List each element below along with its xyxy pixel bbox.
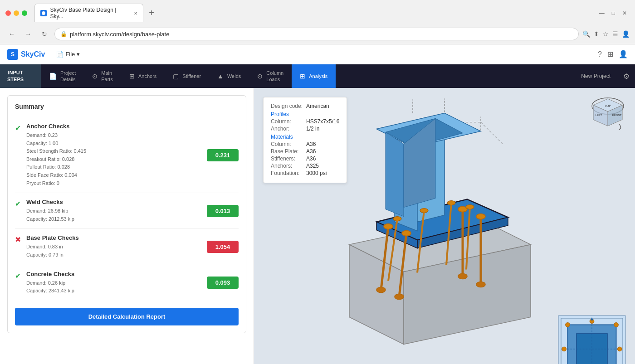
anchors-icon: ⊞ <box>129 73 135 80</box>
settings-button[interactable]: ⚙ <box>618 64 635 88</box>
maximize-button[interactable] <box>22 10 27 16</box>
browser-profile-icon[interactable]: 👤 <box>622 30 630 38</box>
concrete-checks-left: ✔ Concrete Checks Demand: 0.26 kip Capac… <box>15 271 207 295</box>
file-doc-icon: 📄 <box>56 51 64 58</box>
new-tab-button[interactable]: + <box>145 7 158 19</box>
anchors-material-value: A325 <box>306 163 319 169</box>
design-code-label: Design code: <box>271 103 303 109</box>
col-material-label: Column: <box>271 141 303 147</box>
step-column-loads[interactable]: ⊙ ColumnLoads <box>249 64 292 88</box>
window-close[interactable]: ✕ <box>620 9 630 17</box>
svg-point-30 <box>402 231 411 236</box>
header-actions: ? ⊞ 👤 <box>598 50 628 58</box>
close-button[interactable] <box>5 10 11 16</box>
window-controls: — □ ✕ <box>596 9 630 17</box>
base-plate-material-value: A36 <box>306 148 316 155</box>
svg-marker-21 <box>386 132 404 217</box>
weld-checks-sub: Demand: 26.98 kip Capacity: 2012.53 kip <box>26 207 207 223</box>
new-project-button[interactable]: New Project <box>574 64 618 88</box>
welds-icon: ▲ <box>217 73 224 80</box>
forward-button[interactable]: → <box>22 28 34 40</box>
step-main-parts-label: MainParts <box>101 70 113 83</box>
anchors-material-label: Anchors: <box>271 163 303 169</box>
column-loads-icon: ⊙ <box>257 73 263 80</box>
foundation-value: 3000 psi <box>306 170 327 176</box>
lock-icon: 🔒 <box>60 31 67 37</box>
refresh-button[interactable]: ↻ <box>38 28 51 40</box>
search-browser-icon[interactable]: 🔍 <box>582 30 590 38</box>
tab-bar: SkyCiv Base Plate Design | Sky... ✕ + <box>31 4 593 22</box>
svg-point-27 <box>384 224 393 229</box>
address-bar-row: ← → ↻ 🔒 platform.skyciv.com/design/base-… <box>0 26 635 44</box>
weld-checks-left: ✔ Weld Checks Demand: 26.98 kip Capacity… <box>15 199 207 223</box>
step-column-loads-label: ColumnLoads <box>266 70 283 83</box>
anchor-profile-label: Anchor: <box>271 126 303 132</box>
skyciv-logo: S SkyCiv <box>7 49 45 60</box>
settings-icon: ⚙ <box>623 72 630 81</box>
column-profile-label: Column: <box>271 118 303 125</box>
mini-top-view <box>558 315 626 364</box>
profiles-link[interactable]: Profiles <box>271 111 339 117</box>
project-details-icon: 📄 <box>49 73 57 80</box>
tab-close-icon[interactable]: ✕ <box>134 11 137 16</box>
column-profile-row: Column: HSS7x7x5/16 <box>271 118 339 125</box>
step-nav: INPUTSTEPS 📄 ProjectDetails ⊙ MainParts … <box>0 64 635 88</box>
main-content: Summary ✔ Anchor Checks Demand: 0.23 Cap… <box>0 88 635 364</box>
extensions-icon[interactable]: ☰ <box>612 30 618 38</box>
window-minimize[interactable]: — <box>596 9 607 17</box>
active-tab[interactable]: SkyCiv Base Plate Design | Sky... ✕ <box>34 4 143 22</box>
concrete-checks-value: 0.093 <box>207 277 239 289</box>
svg-point-54 <box>562 347 567 351</box>
step-stiffener[interactable]: ▢ Stiffener <box>165 64 209 88</box>
minimize-button[interactable] <box>14 10 19 16</box>
logo-icon: S <box>7 49 18 60</box>
weld-checks-value: 0.013 <box>207 205 239 217</box>
svg-point-51 <box>566 323 570 327</box>
right-panel: Design code: American Profiles Column: H… <box>254 88 635 364</box>
base-plate-checks-sub: Demand: 0.83 in Capacity: 0.79 in <box>26 243 207 259</box>
help-icon[interactable]: ? <box>598 50 602 58</box>
concrete-checks-pass-icon: ✔ <box>15 272 21 280</box>
grid-icon[interactable]: ⊞ <box>607 50 613 58</box>
anchor-checks-row: ✔ Anchor Checks Demand: 0.23 Capacity: 1… <box>15 117 239 193</box>
svg-point-45 <box>466 205 474 209</box>
window-maximize[interactable]: □ <box>609 9 618 17</box>
logo-text: SkyCiv <box>21 50 45 58</box>
address-bar[interactable]: 🔒 platform.skyciv.com/design/base-plate <box>54 28 579 40</box>
tab-title: SkyCiv Base Plate Design | Sky... <box>50 7 128 19</box>
summary-title: Summary <box>15 103 239 110</box>
anchor-checks-value: 0.231 <box>207 149 239 161</box>
traffic-lights <box>5 10 27 16</box>
step-analysis[interactable]: ⊞ Analysis <box>292 64 336 88</box>
stiffener-icon: ▢ <box>173 73 179 80</box>
concrete-checks-details: Concrete Checks Demand: 0.26 kip Capacit… <box>26 271 207 295</box>
anchor-profile-row: Anchor: 1/2 in <box>271 126 339 132</box>
user-avatar[interactable]: 👤 <box>619 50 628 58</box>
left-panel: Summary ✔ Anchor Checks Demand: 0.23 Cap… <box>0 88 254 364</box>
svg-point-37 <box>476 282 485 287</box>
concrete-checks-title: Concrete Checks <box>26 271 207 277</box>
svg-point-28 <box>376 287 386 293</box>
step-anchors[interactable]: ⊞ Anchors <box>121 64 165 88</box>
step-project-details[interactable]: 📄 ProjectDetails <box>41 64 84 88</box>
svg-point-34 <box>458 274 467 279</box>
step-welds[interactable]: ▲ Welds <box>209 64 249 88</box>
materials-link[interactable]: Materials <box>271 134 339 140</box>
svg-point-55 <box>617 347 622 351</box>
design-code-row: Design code: American <box>271 103 339 109</box>
step-main-parts[interactable]: ⊙ MainParts <box>84 64 121 88</box>
svg-point-31 <box>395 294 404 300</box>
concrete-checks-row: ✔ Concrete Checks Demand: 0.26 kip Capac… <box>15 265 239 301</box>
foundation-row: Foundation: 3000 psi <box>271 170 339 176</box>
anchor-checks-left: ✔ Anchor Checks Demand: 0.23 Capacity: 1… <box>15 123 207 187</box>
input-steps-text: INPUTSTEPS <box>7 69 24 83</box>
svg-point-36 <box>476 214 485 219</box>
file-menu[interactable]: 📄 File ▾ <box>52 49 83 60</box>
file-menu-label: File <box>65 51 75 58</box>
back-button[interactable]: ← <box>5 28 18 40</box>
weld-checks-details: Weld Checks Demand: 26.98 kip Capacity: … <box>26 199 207 223</box>
bookmark-icon[interactable]: ☆ <box>603 30 609 38</box>
detailed-report-button[interactable]: Detailed Calculation Report <box>15 308 239 325</box>
weld-checks-title: Weld Checks <box>26 199 207 205</box>
share-icon[interactable]: ⬆ <box>594 30 599 38</box>
